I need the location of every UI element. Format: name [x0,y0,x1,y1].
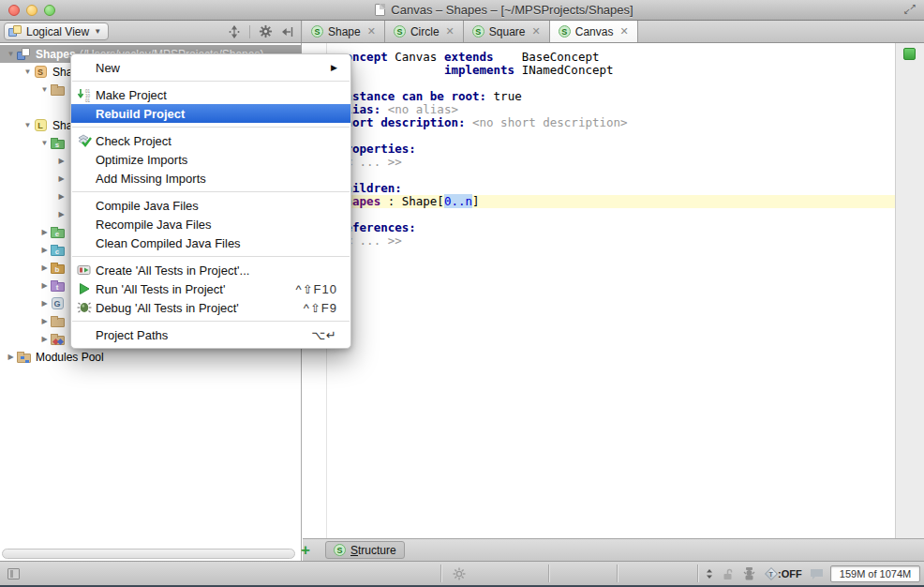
editor-pane[interactable]: concept Canvas extends BaseConcept imple… [303,43,924,561]
collapsed-arrow-icon[interactable]: ▶ [39,263,50,272]
menu-item-recompile-java-files[interactable]: Recompile Java Files [71,215,350,233]
collapsed-arrow-icon[interactable]: ▶ [39,246,50,254]
menu-item-label: Rebuild Project [96,107,337,121]
concept-icon: S [311,25,323,38]
traffic-lights [8,5,55,16]
minimize-window-button[interactable] [26,5,37,16]
collapsed-arrow-icon[interactable]: ▶ [39,317,50,325]
code-line[interactable]: << ... >> [327,234,895,248]
menu-item-rebuild-project[interactable]: Rebuild Project [71,104,350,123]
expanded-arrow-icon[interactable]: ▼ [6,50,16,58]
error-stripe[interactable] [895,43,924,538]
chevron-down-icon: ▼ [94,27,101,36]
menu-item-compile-java-files[interactable]: Compile Java Files [71,196,350,215]
collapsed-arrow-icon[interactable]: ▶ [56,192,67,201]
menu-item-label: Run 'All Tests in Project' [96,282,279,296]
close-tab-icon[interactable]: ✕ [619,25,628,38]
memory-indicator[interactable]: 159M of 1074M [830,565,920,582]
close-window-button[interactable] [8,5,20,16]
menu-icon-placeholder [77,171,96,186]
menu-separator [72,81,350,82]
add-aspect-button[interactable]: + [297,541,314,560]
project-view-toolbar: Logical View ▼ [0,21,302,42]
menu-item-optimize-imports[interactable]: Optimize Imports [71,150,350,169]
code-line[interactable] [327,77,895,90]
collapsed-arrow-icon[interactable]: ▶ [56,157,67,165]
code-line[interactable] [327,129,895,143]
menu-icon-placeholder [77,198,96,213]
collapsed-arrow-icon[interactable]: ▶ [39,299,50,308]
close-tab-icon[interactable]: ✕ [446,25,455,38]
toolbar-separator [249,25,250,38]
titlebar: Canvas – Shapes – [~/MPSProjects/Shapes]… [0,0,924,21]
expanded-arrow-icon[interactable]: ▼ [39,85,50,94]
menu-item-label: Make Project [96,88,337,102]
collapsed-arrow-icon[interactable]: ▶ [39,228,50,236]
close-tab-icon[interactable]: ✕ [367,25,376,38]
collapsed-arrow-icon[interactable]: ▶ [39,335,50,343]
code-line[interactable]: shapes : Shape[0..n] [327,195,895,208]
tab-label: Canvas [575,25,614,38]
lock-icon[interactable] [722,565,734,582]
code-line[interactable] [327,169,895,182]
concept-icon: S [472,25,484,38]
collapse-all-icon[interactable] [227,24,242,39]
analysis-ok-indicator[interactable] [903,48,916,60]
settings-gear-icon[interactable] [258,24,273,39]
editor-tab-circle[interactable]: SCircle✕ [385,21,464,42]
code-line[interactable]: short description: <no short description… [327,116,895,129]
editor-tab-square[interactable]: SSquare✕ [464,21,550,42]
tree-horizontal-scrollbar[interactable] [2,549,295,559]
code-line[interactable] [327,208,895,221]
menu-shortcut: ^⇧F9 [304,301,337,315]
context-menu: New▶011001Make ProjectRebuild ProjectChe… [70,53,351,349]
menu-item-run-all-tests-in-project[interactable]: Run 'All Tests in Project'^⇧F10 [71,279,350,298]
code-line[interactable]: properties: [327,143,895,156]
code-line[interactable]: references: [327,221,895,234]
menu-item-add-missing-imports[interactable]: Add Missing Imports [71,169,350,188]
hide-panel-icon[interactable] [280,24,295,39]
menu-icon-placeholder [77,60,96,75]
collapsed-arrow-icon[interactable]: ▶ [6,353,16,361]
background-tasks-icon[interactable] [453,565,466,582]
tree-row-modules-pool[interactable]: ▶Modules Pool [0,348,301,366]
code-line[interactable]: implements INamedConcept [327,64,895,77]
code-line[interactable]: children: [327,182,895,195]
header-row: Logical View ▼ [0,21,924,43]
hector-inspector-icon[interactable] [742,565,756,582]
typesystem-state: :OFF [778,568,802,579]
code-line[interactable]: concept Canvas extends BaseConcept [327,51,895,64]
zoom-window-button[interactable] [44,5,55,16]
menu-item-check-project[interactable]: Check Project [71,131,350,150]
collapsed-arrow-icon[interactable]: ▶ [56,210,67,218]
concept-editor[interactable]: concept Canvas extends BaseConcept imple… [327,51,895,248]
editor-tab-canvas[interactable]: SCanvas✕ [550,21,638,42]
line-separator-selector-icon[interactable] [705,565,714,582]
collapsed-arrow-icon[interactable]: ▶ [56,174,67,183]
menu-item-make-project[interactable]: 011001Make Project [71,85,350,104]
menu-item-debug-all-tests-in-project[interactable]: Debug 'All Tests in Project'^⇧F9 [71,298,350,317]
check-icon [77,133,96,148]
menu-item-label: Check Project [96,134,337,148]
menu-item-label: Debug 'All Tests in Project' [96,301,287,315]
editor-tab-shape[interactable]: SShape✕ [303,21,385,42]
menu-item-clean-compiled-java-files[interactable]: Clean Compiled Java Files [71,233,350,252]
close-tab-icon[interactable]: ✕ [532,25,541,38]
expanded-arrow-icon[interactable]: ▼ [22,121,33,129]
expanded-arrow-icon[interactable]: ▼ [22,68,33,76]
typesystem-indicator[interactable]: T :OFF [767,565,802,582]
menu-item-project-paths[interactable]: Project Paths⌥↵ [71,325,350,344]
menu-item-new[interactable]: New▶ [71,58,350,77]
feedback-bubble-icon[interactable] [810,565,824,582]
tab-structure[interactable]: S Structure [325,541,405,559]
code-line[interactable]: alias: <no alias> [327,103,895,116]
code-line[interactable]: << ... >> [327,156,895,169]
collapsed-arrow-icon[interactable]: ▶ [39,281,50,290]
expanded-arrow-icon[interactable]: ▼ [39,139,50,147]
menu-item-create-all-tests-in-project[interactable]: Create 'All Tests in Project'... [71,261,350,279]
code-line[interactable]: instance can be root: true [327,90,895,103]
menu-shortcut: ^⇧F10 [296,282,337,296]
view-selector-button[interactable]: Logical View ▼ [4,23,109,40]
fullscreen-resize-icon[interactable]: ↗↙ [903,3,917,16]
toolwindow-toggle-icon[interactable] [7,565,20,582]
